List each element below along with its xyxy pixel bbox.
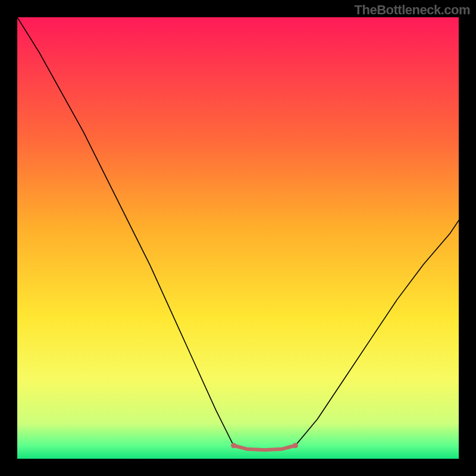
watermark-text: TheBottleneck.com	[355, 2, 470, 18]
plot-svg	[17, 17, 459, 459]
chart-frame: TheBottleneck.com	[0, 0, 476, 476]
plot-background	[17, 17, 459, 459]
endpoint-marker	[293, 443, 298, 448]
plot-area	[17, 17, 459, 459]
endpoint-marker	[231, 443, 236, 448]
